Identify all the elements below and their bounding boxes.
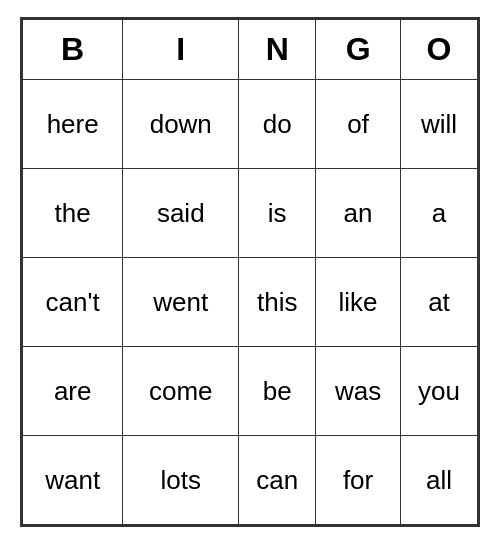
cell-r1-c1: said <box>123 169 239 258</box>
cell-r3-c1: come <box>123 347 239 436</box>
col-i: I <box>123 20 239 80</box>
cell-r4-c4: all <box>400 436 477 525</box>
table-row: heredowndoofwill <box>23 80 478 169</box>
col-o: O <box>400 20 477 80</box>
cell-r2-c2: this <box>239 258 316 347</box>
bingo-card: B I N G O heredowndoofwillthesaidisanaca… <box>20 17 480 527</box>
cell-r3-c2: be <box>239 347 316 436</box>
cell-r0-c0: here <box>23 80 123 169</box>
col-b: B <box>23 20 123 80</box>
cell-r3-c3: was <box>316 347 401 436</box>
cell-r1-c2: is <box>239 169 316 258</box>
cell-r3-c4: you <box>400 347 477 436</box>
cell-r2-c4: at <box>400 258 477 347</box>
cell-r4-c0: want <box>23 436 123 525</box>
cell-r3-c0: are <box>23 347 123 436</box>
bingo-table: B I N G O heredowndoofwillthesaidisanaca… <box>22 19 478 525</box>
cell-r1-c0: the <box>23 169 123 258</box>
table-row: thesaidisana <box>23 169 478 258</box>
table-row: can'twentthislikeat <box>23 258 478 347</box>
cell-r4-c2: can <box>239 436 316 525</box>
header-row: B I N G O <box>23 20 478 80</box>
cell-r4-c3: for <box>316 436 401 525</box>
table-row: arecomebewasyou <box>23 347 478 436</box>
cell-r0-c1: down <box>123 80 239 169</box>
cell-r1-c3: an <box>316 169 401 258</box>
col-n: N <box>239 20 316 80</box>
cell-r1-c4: a <box>400 169 477 258</box>
cell-r0-c2: do <box>239 80 316 169</box>
table-row: wantlotscanforall <box>23 436 478 525</box>
cell-r0-c3: of <box>316 80 401 169</box>
cell-r0-c4: will <box>400 80 477 169</box>
bingo-body: heredowndoofwillthesaidisanacan'twentthi… <box>23 80 478 525</box>
col-g: G <box>316 20 401 80</box>
cell-r4-c1: lots <box>123 436 239 525</box>
cell-r2-c0: can't <box>23 258 123 347</box>
cell-r2-c3: like <box>316 258 401 347</box>
cell-r2-c1: went <box>123 258 239 347</box>
